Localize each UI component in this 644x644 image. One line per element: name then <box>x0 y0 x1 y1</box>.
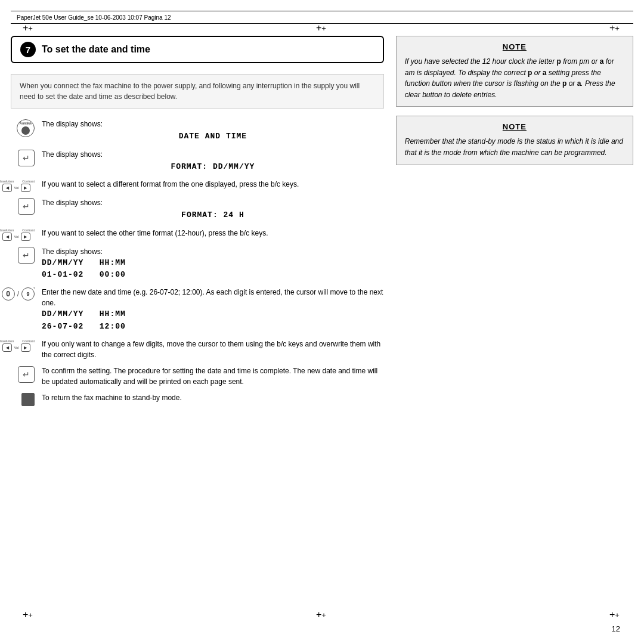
instructions-box: When you connect the fax machine to the … <box>11 74 384 109</box>
step-2-text: The display shows: FORMAT: DD/MM/YY <box>42 148 384 174</box>
left-arrow-btn-2: ◄ <box>2 233 12 241</box>
step-7-icon: 0 / 9 ° <box>11 286 37 301</box>
display-format-date: FORMAT: DD/MM/YY <box>42 160 384 174</box>
header-text: PaperJet 50e User Guide_se 10-06-2003 10… <box>17 14 171 21</box>
stop-button-icon <box>21 393 35 406</box>
note-box-2: NOTE Remember that the stand-by mode is … <box>396 116 633 165</box>
step-7-text: Enter the new date and time (e.g. 26-07-… <box>42 286 384 333</box>
step-3-icon: Resolution Contrast ◄ Vol ► <box>11 178 37 192</box>
step-9-icon: ↵ <box>11 365 37 383</box>
step-2-icon: ↵ <box>11 148 37 166</box>
function-button-icon: Function <box>17 119 35 137</box>
step-8-icon: Resolution Contrast ◄ Vol ► <box>11 338 37 352</box>
left-arrow-btn-3: ◄ <box>2 343 12 352</box>
section-title: To set the date and time <box>42 44 150 55</box>
step-1-icon: Function <box>11 118 37 137</box>
step-4-text: The display shows: FORMAT: 24 H <box>42 197 384 222</box>
note-2-header: NOTE <box>405 122 624 131</box>
right-arrow-btn: ► <box>21 184 30 192</box>
display-format-24h: FORMAT: 24 H <box>42 208 384 222</box>
step-3-text: If you want to select a different format… <box>42 178 384 190</box>
steps-container: Function The display shows: DATE AND TIM… <box>11 117 384 407</box>
step-2: ↵ The display shows: FORMAT: DD/MM/YY <box>11 147 384 175</box>
enter-button-icon-3: ↵ <box>18 247 35 264</box>
enter-button-icon: ↵ <box>18 150 35 166</box>
arrows-icon-1: Resolution Contrast ◄ Vol ► <box>0 179 35 192</box>
step-4: ↵ The display shows: FORMAT: 24 H <box>11 196 384 224</box>
step-10-text: To return the fax machine to stand-by mo… <box>42 392 384 403</box>
step-9: ↵ To confirm the setting. The procedure … <box>11 364 384 388</box>
display-datetime-blank: DD/MM/YY HH:MM01-01-02 00:00 <box>42 257 126 281</box>
step-6-text: The display shows: DD/MM/YY HH:MM01-01-0… <box>42 246 384 282</box>
step-8: Resolution Contrast ◄ Vol ► If you only … <box>11 337 384 361</box>
step-10-icon <box>11 392 37 406</box>
crosshair-top-right: + <box>609 23 621 35</box>
step-6-icon: ↵ <box>11 246 37 264</box>
display-date-time: DATE AND TIME <box>42 129 384 144</box>
digits-icon: 0 / 9 ° <box>2 287 35 301</box>
step-1: Function The display shows: DATE AND TIM… <box>11 117 384 145</box>
crosshair-top-left: + <box>23 23 35 35</box>
step-8-text: If you only want to change a few digits,… <box>42 338 384 360</box>
arrows-icon-2: Resolution Contrast ◄ Vol ► <box>0 228 35 241</box>
section-number: 7 <box>20 42 36 57</box>
display-datetime-filled: DD/MM/YY HH:MM26-07-02 12:00 <box>42 308 126 332</box>
instructions-text: When you connect the fax machine to the … <box>20 82 360 101</box>
enter-button-icon-4: ↵ <box>18 366 35 383</box>
step-3: Resolution Contrast ◄ Vol ► If you want … <box>11 177 384 193</box>
left-column: 7 To set the date and time When you conn… <box>11 36 384 620</box>
main-content: 7 To set the date and time When you conn… <box>11 36 633 620</box>
step-5-icon: Resolution Contrast ◄ Vol ► <box>11 227 37 241</box>
step-10: To return the fax machine to stand-by mo… <box>11 391 384 407</box>
step-9-text: To confirm the setting. The procedure fo… <box>42 365 384 387</box>
enter-button-icon-2: ↵ <box>18 198 35 215</box>
step-5-text: If you want to select the other time for… <box>42 227 384 239</box>
step-4-icon: ↵ <box>11 197 37 215</box>
step-7: 0 / 9 ° Enter the new date and time (e.g… <box>11 285 384 335</box>
note-2-text: Remember that the stand-by mode is the s… <box>405 136 624 158</box>
step-5: Resolution Contrast ◄ Vol ► If you want … <box>11 226 384 242</box>
nine-digit: 9 ° <box>21 287 35 301</box>
step-1-text: The display shows: DATE AND TIME <box>42 118 384 144</box>
header-bar: PaperJet 50e User Guide_se 10-06-2003 10… <box>11 11 633 24</box>
zero-digit: 0 <box>2 287 15 301</box>
note-1-text: If you have selected the 12 hour clock t… <box>405 56 624 100</box>
page-number: 12 <box>612 624 620 633</box>
step-6: ↵ The display shows: DD/MM/YY HH:MM01-01… <box>11 244 384 283</box>
note-box-1: NOTE If you have selected the 12 hour cl… <box>396 36 633 107</box>
note-1-header: NOTE <box>405 42 624 51</box>
left-arrow-btn: ◄ <box>2 184 12 192</box>
section-header: 7 To set the date and time <box>11 36 384 63</box>
right-arrow-btn-3: ► <box>21 343 30 352</box>
arrows-icon-3: Resolution Contrast ◄ Vol ► <box>0 339 35 352</box>
right-arrow-btn-2: ► <box>21 233 30 241</box>
right-column: NOTE If you have selected the 12 hour cl… <box>396 36 633 620</box>
crosshair-top-center: + <box>316 23 328 35</box>
